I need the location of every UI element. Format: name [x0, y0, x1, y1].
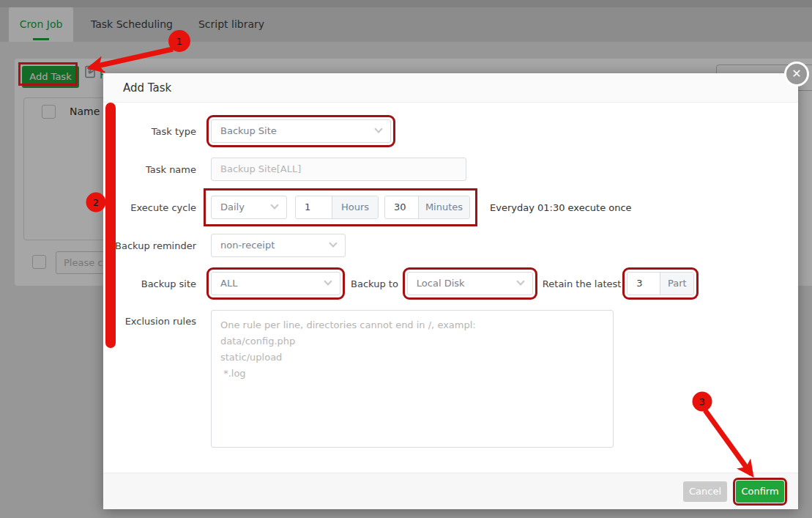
retain-group: 3 Part: [627, 272, 694, 295]
placeholder-line: static/upload: [220, 349, 604, 366]
backup-to-label: Backup to: [351, 278, 398, 289]
minutes-input[interactable]: 30: [385, 196, 418, 218]
modal-body: Task type Backup Site Task name Backup S…: [103, 103, 798, 448]
add-task-modal: Add Task ✕ Task type Backup Site Task na…: [103, 73, 798, 509]
cycle-period-select[interactable]: Daily: [211, 196, 287, 219]
exclusion-rules-row: Exclusion rules One rule per line, direc…: [103, 310, 798, 448]
retain-label: Retain the latest: [543, 278, 622, 289]
minutes-addon: Minutes: [418, 196, 469, 218]
backup-reminder-select[interactable]: non-receipt: [211, 234, 346, 257]
execute-cycle-label: Execute cycle: [103, 202, 211, 213]
backup-reminder-value: non-receipt: [220, 240, 275, 251]
close-icon: ✕: [791, 67, 801, 81]
exclusion-rules-textarea[interactable]: One rule per line, directories cannot en…: [211, 310, 614, 448]
chevron-down-icon: [374, 125, 382, 133]
chevron-down-icon: [516, 277, 524, 285]
cycle-hours-group: 1 Hours: [295, 196, 379, 219]
modal-header: Add Task: [103, 73, 798, 103]
task-type-value: Backup Site: [220, 125, 277, 136]
backup-reminder-label: Backup reminder: [103, 240, 211, 251]
exclusion-rules-label: Exclusion rules: [103, 310, 211, 327]
chevron-down-icon: [324, 277, 332, 285]
chevron-down-icon: [329, 239, 337, 247]
task-name-input[interactable]: Backup Site[ALL]: [211, 158, 466, 181]
placeholder-line: data/config.php: [220, 333, 604, 349]
retain-input[interactable]: 3: [627, 273, 660, 295]
backup-site-row: Backup site ALL Backup to Local Disk Ret…: [103, 272, 798, 295]
backup-site-value: ALL: [220, 278, 237, 289]
placeholder-line: One rule per line, directories cannot en…: [220, 317, 604, 333]
close-button[interactable]: ✕: [784, 62, 809, 86]
confirm-button[interactable]: Confirm: [736, 481, 784, 503]
cron-job-page: Cron Job Task Scheduling Script library …: [0, 0, 812, 518]
modal-footer: Cancel Confirm: [103, 473, 798, 509]
task-type-label: Task type: [103, 126, 211, 137]
backup-to-value: Local Disk: [417, 278, 465, 289]
execute-cycle-row: Execute cycle Daily 1 Hours 30 Minutes: [103, 196, 798, 219]
cycle-minutes-group: 30 Minutes: [384, 196, 470, 219]
task-type-select[interactable]: Backup Site: [211, 119, 391, 143]
backup-reminder-row: Backup reminder non-receipt: [103, 234, 798, 257]
backup-site-label: Backup site: [103, 278, 211, 289]
task-type-row: Task type Backup Site: [103, 119, 798, 143]
execute-cycle-group: Daily 1 Hours 30 Minutes: [211, 196, 470, 219]
task-name-row: Task name Backup Site[ALL]: [103, 158, 798, 181]
backup-to-select[interactable]: Local Disk: [407, 272, 533, 295]
backup-site-select[interactable]: ALL: [211, 272, 340, 295]
hours-input[interactable]: 1: [296, 196, 332, 218]
task-name-placeholder: Backup Site[ALL]: [220, 163, 301, 174]
task-name-label: Task name: [103, 164, 211, 175]
cycle-hint: Everyday 01:30 execute once: [490, 202, 632, 213]
cycle-period-value: Daily: [220, 201, 245, 212]
cancel-button[interactable]: Cancel: [683, 481, 727, 502]
retain-addon: Part: [660, 273, 693, 295]
chevron-down-icon: [270, 201, 278, 209]
placeholder-line: *.log: [220, 366, 604, 382]
modal-title: Add Task: [123, 81, 171, 95]
hours-addon: Hours: [332, 196, 378, 218]
